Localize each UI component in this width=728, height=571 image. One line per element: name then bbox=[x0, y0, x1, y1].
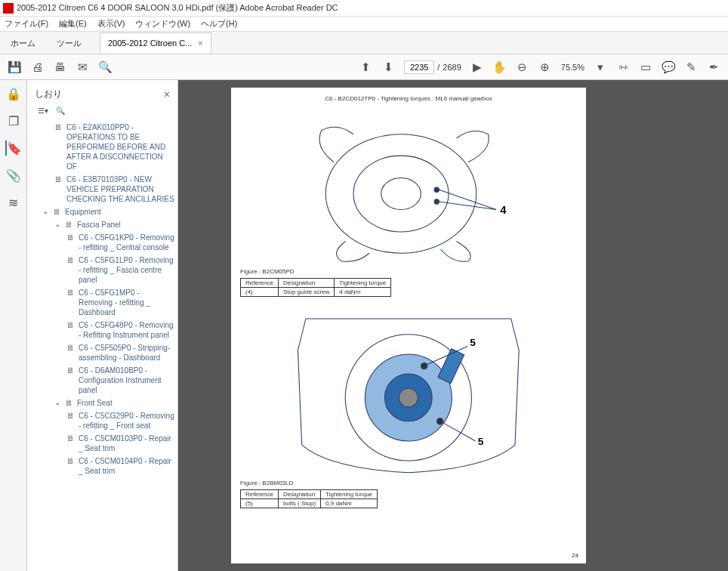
hand-icon[interactable]: ✋ bbox=[493, 60, 507, 74]
lock-icon[interactable]: 🔒 bbox=[6, 86, 21, 101]
doc-icon: 🗎 bbox=[66, 411, 76, 420]
svg-text:5: 5 bbox=[470, 337, 477, 348]
email-icon[interactable]: ✉ bbox=[76, 60, 89, 74]
bookmark-item[interactable]: 🗎C6 - E2AK010PP0 - OPERATIONS TO BE PERF… bbox=[33, 121, 174, 173]
bookmark-item[interactable]: 🗎C6 - C5F505P0 - Stripping-assembling - … bbox=[33, 341, 174, 364]
svg-point-13 bbox=[437, 418, 443, 424]
bookmark-item[interactable]: ⌄🗎Fascia Panel bbox=[33, 218, 174, 231]
menu-edit[interactable]: 編集(E) bbox=[59, 18, 87, 29]
svg-point-1 bbox=[353, 156, 449, 232]
page-up-icon[interactable]: ⬆ bbox=[359, 60, 372, 74]
tab-document[interactable]: 2005-2012 Citroen C... × bbox=[100, 32, 211, 54]
tab-tool[interactable]: ツール bbox=[46, 32, 92, 54]
comment-icon[interactable]: 💬 bbox=[662, 60, 675, 74]
print-icon[interactable]: 🖨 bbox=[30, 60, 44, 74]
doc-icon: 🗎 bbox=[66, 255, 76, 264]
bookmark-panel: しおり × ☰▾ 🔍 🗎C6 - E2AK010PP0 - OPERATIONS… bbox=[27, 80, 178, 571]
bookmark-item[interactable]: 🗎C6 - C5FG1MP0 - Removing - refitting _ … bbox=[33, 286, 174, 319]
document-viewport[interactable]: C6 - B2CD012TP0 - Tightening torques : M… bbox=[178, 80, 728, 571]
bookmark-icon[interactable]: 🔖 bbox=[5, 140, 20, 156]
chevron-down-icon[interactable]: ▾ bbox=[594, 60, 607, 74]
svg-point-0 bbox=[325, 134, 477, 254]
print-icon-2[interactable]: 🖶 bbox=[53, 60, 66, 74]
svg-point-3 bbox=[434, 187, 439, 192]
doc-icon: 🗎 bbox=[66, 343, 76, 352]
window-title-bar: 2005-2012 Citroen C6 4 DOOR SALOON 3,0 H… bbox=[0, 0, 728, 17]
page-heading: C6 - B2CD012TP0 - Tightening torques : M… bbox=[240, 95, 577, 102]
collapse-icon[interactable]: ⌄ bbox=[54, 220, 62, 228]
save-icon[interactable]: 💾 bbox=[8, 60, 21, 74]
zoom-level[interactable]: 75.5% bbox=[561, 63, 585, 72]
doc-icon: 🗎 bbox=[66, 434, 76, 443]
doc-icon: 🗎 bbox=[66, 456, 76, 465]
zoom-out-icon[interactable]: ⊖ bbox=[516, 60, 529, 74]
page-down-icon[interactable]: ⬇ bbox=[381, 60, 395, 74]
doc-icon: 🗎 bbox=[66, 320, 76, 329]
fit-page-icon[interactable]: ▭ bbox=[639, 60, 652, 74]
doc-icon: 🗎 bbox=[65, 398, 74, 407]
bookmark-tree: 🗎C6 - E2AK010PP0 - OPERATIONS TO BE PERF… bbox=[30, 121, 174, 477]
collapse-icon[interactable]: ⌄ bbox=[54, 398, 62, 406]
svg-point-4 bbox=[434, 199, 439, 204]
tab-document-label: 2005-2012 Citroen C... bbox=[108, 39, 192, 48]
figure2-caption: Figure : B2BM03LD bbox=[240, 480, 577, 486]
edit-icon[interactable]: ✎ bbox=[684, 60, 698, 74]
bookmark-item[interactable]: 🗎C6 - C5FG48P0 - Removing - Refitting In… bbox=[33, 319, 174, 341]
sign-icon[interactable]: ✒ bbox=[707, 60, 720, 74]
bookmark-item[interactable]: ⌄🗎Equipment bbox=[33, 205, 174, 218]
bookmark-panel-title: しおり bbox=[35, 88, 62, 100]
bookmark-item[interactable]: 🗎C6 - D6AM010BP0 - Configuration Instrum… bbox=[33, 364, 174, 397]
doc-icon: 🗎 bbox=[54, 174, 63, 184]
figure-gearbox-top: 4 bbox=[240, 106, 577, 265]
sidebar-icon-strip: 🔒 ❐ 🔖 📎 ≋ bbox=[0, 80, 27, 571]
bookmark-tools: ☰▾ 🔍 bbox=[30, 103, 174, 121]
page-current-input[interactable] bbox=[404, 60, 434, 74]
torque-table-2: ReferenceDesignationTightening torque (5… bbox=[240, 489, 378, 508]
menu-help[interactable]: ヘルプ(H) bbox=[201, 18, 237, 29]
svg-line-6 bbox=[439, 202, 496, 210]
svg-text:5: 5 bbox=[478, 436, 484, 447]
collapse-icon[interactable]: ⌄ bbox=[42, 207, 50, 215]
callout-4: 4 bbox=[500, 204, 507, 216]
zoom-in-icon[interactable]: ⊕ bbox=[538, 60, 552, 74]
menu-file[interactable]: ファイル(F) bbox=[5, 18, 48, 29]
torque-table-1: ReferenceDesignationTightening torque (4… bbox=[240, 278, 391, 297]
attachment-icon[interactable]: 📎 bbox=[6, 168, 21, 183]
svg-point-12 bbox=[421, 363, 427, 369]
bookmark-item[interactable]: 🗎C6 - C5CM0103P0 - Repair _ Seat trim bbox=[33, 432, 174, 455]
svg-point-2 bbox=[381, 178, 421, 210]
bookmark-item[interactable]: 🗎C6 - C5FG1KP0 - Removing - refitting _ … bbox=[33, 231, 174, 254]
tab-bar: ホーム ツール 2005-2012 Citroen C... × bbox=[0, 32, 728, 54]
page-indicator: / 2689 bbox=[404, 60, 461, 74]
bookmark-find-icon[interactable]: 🔍 bbox=[56, 106, 65, 115]
pages-icon[interactable]: ❐ bbox=[6, 113, 21, 128]
svg-point-10 bbox=[399, 388, 418, 407]
doc-icon: 🗎 bbox=[65, 220, 74, 229]
doc-icon: 🗎 bbox=[66, 233, 76, 242]
bookmark-item[interactable]: 🗎C6 - C5CG29P0 - Removing - refitting _ … bbox=[33, 409, 174, 432]
bookmark-options-icon[interactable]: ☰▾ bbox=[38, 106, 48, 115]
menu-bar: ファイル(F) 編集(E) 表示(V) ウィンドウ(W) ヘルプ(H) bbox=[0, 17, 728, 32]
search-icon[interactable]: 🔍 bbox=[98, 60, 112, 74]
menu-view[interactable]: 表示(V) bbox=[97, 18, 125, 29]
pdf-page: C6 - B2CD012TP0 - Tightening torques : M… bbox=[231, 88, 586, 563]
bookmark-item[interactable]: 🗎C6 - C5CM0104P0 - Repair _ Seat trim bbox=[33, 455, 174, 477]
figure1-caption: Figure : B2CM05PD bbox=[240, 268, 577, 275]
pointer-icon[interactable]: ▶ bbox=[470, 60, 484, 74]
bookmark-item[interactable]: 🗎C6 - C5FG1LP0 - Removing - refitting _ … bbox=[33, 254, 174, 286]
svg-line-15 bbox=[443, 423, 476, 441]
layers-icon[interactable]: ≋ bbox=[6, 195, 21, 210]
bookmark-item[interactable]: ⌄🗎Front Seat bbox=[33, 397, 174, 409]
window-title: 2005-2012 Citroen C6 4 DOOR SALOON 3,0 H… bbox=[17, 2, 338, 14]
figure-gearbox-front: 5 5 bbox=[240, 303, 577, 477]
bookmark-item[interactable]: 🗎C6 - E3B70103P0 - NEW VEHICLE PREPARATI… bbox=[33, 173, 174, 205]
fit-width-icon[interactable]: ⇿ bbox=[616, 60, 630, 74]
doc-icon: 🗎 bbox=[54, 122, 63, 131]
pdf-file-icon bbox=[3, 3, 14, 14]
page-total: 2689 bbox=[443, 63, 461, 72]
menu-window[interactable]: ウィンドウ(W) bbox=[135, 18, 190, 29]
tab-home[interactable]: ホーム bbox=[0, 32, 46, 54]
tab-close-icon[interactable]: × bbox=[198, 39, 202, 48]
page-number: 24 bbox=[572, 552, 578, 559]
bookmark-panel-close-icon[interactable]: × bbox=[164, 88, 170, 100]
